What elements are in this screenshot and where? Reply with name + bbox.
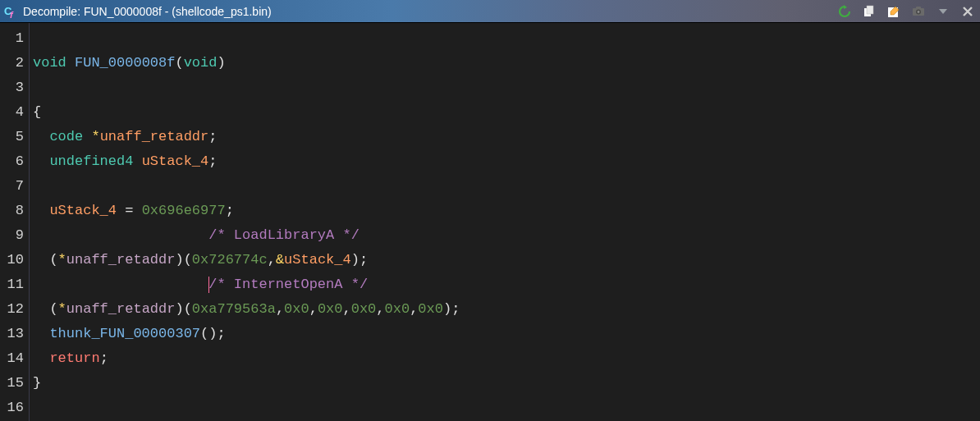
code-token: =: [125, 203, 141, 218]
svg-rect-3: [867, 6, 873, 14]
line-number: 14: [0, 346, 29, 371]
code-line[interactable]: (*unaff_retaddr)(0x726774c,&uStack_4);: [33, 248, 980, 272]
code-token: ,: [410, 301, 418, 317]
code-line[interactable]: void FUN_0000008f(void): [33, 51, 980, 76]
code-token: [33, 153, 49, 169]
dropdown-icon[interactable]: [936, 4, 950, 19]
svg-rect-6: [916, 7, 921, 9]
line-gutter: 12345678910111213141516: [0, 23, 30, 421]
line-number: 5: [0, 125, 29, 149]
svg-text:f: f: [10, 10, 14, 19]
code-area[interactable]: void FUN_0000008f(void){ code *unaff_ret…: [30, 23, 980, 421]
code-line[interactable]: thunk_FUN_00000307();: [33, 322, 980, 346]
code-token: /: [208, 277, 217, 292]
code-token: ;: [208, 153, 217, 169]
code-token: ;: [226, 203, 234, 218]
line-number: 8: [0, 199, 29, 223]
code-token: 0x696e6977: [142, 203, 226, 218]
titlebar: C f Decompile: FUN_0000008f - (shellcode…: [0, 0, 980, 23]
editor: 12345678910111213141516 void FUN_0000008…: [0, 23, 980, 421]
code-token: void: [33, 55, 75, 71]
code-line[interactable]: (*unaff_retaddr)(0xa779563a,0x0,0x0,0x0,…: [33, 297, 980, 322]
code-token: [33, 227, 208, 243]
snapshot-icon[interactable]: [911, 4, 926, 19]
code-token: 0x0: [418, 301, 443, 317]
code-token: void: [184, 55, 218, 71]
line-number: 2: [0, 51, 29, 76]
code-line[interactable]: uStack_4 = 0x696e6977;: [33, 199, 980, 223]
line-number: 15: [0, 371, 29, 396]
line-number: 9: [0, 223, 29, 248]
line-number: 11: [0, 272, 29, 297]
code-token: 0x0: [351, 301, 377, 317]
line-number: 12: [0, 297, 29, 322]
code-token: [33, 277, 208, 292]
line-number: 1: [0, 26, 29, 51]
code-token: 0x0: [284, 301, 309, 317]
code-token: 0xa779563a: [192, 301, 276, 317]
edit-icon[interactable]: [886, 4, 901, 19]
code-token: (: [49, 301, 57, 317]
code-token: )(: [175, 252, 191, 268]
code-line[interactable]: [33, 396, 980, 420]
code-token: &: [276, 252, 284, 268]
code-token: 0x0: [385, 301, 410, 317]
code-token: unaff_retaddr: [66, 301, 176, 317]
code-token: (: [49, 252, 57, 268]
code-token: ,: [268, 252, 276, 268]
code-token: ,: [276, 301, 284, 317]
refresh-icon[interactable]: [837, 4, 852, 19]
code-line[interactable]: {: [33, 100, 980, 125]
code-token: (: [175, 55, 183, 71]
code-token: ;: [208, 129, 217, 144]
code-token: [33, 129, 49, 144]
code-token: return: [49, 350, 99, 366]
code-token: 0x0: [318, 301, 343, 317]
line-number: 13: [0, 322, 29, 346]
line-number: 10: [0, 248, 29, 272]
code-token: FUN_0000008f: [75, 55, 175, 71]
code-line[interactable]: [33, 26, 980, 51]
code-token: *: [58, 252, 66, 268]
code-line[interactable]: }: [33, 371, 980, 396]
code-line[interactable]: undefined4 uStack_4;: [33, 149, 980, 174]
code-token: [33, 326, 49, 341]
code-token: ();: [200, 326, 226, 341]
code-line[interactable]: /* InternetOpenA */: [33, 272, 980, 297]
code-token: );: [351, 252, 368, 268]
code-token: [33, 301, 49, 317]
code-token: *: [91, 129, 99, 144]
line-number: 16: [0, 396, 29, 420]
code-line[interactable]: code *unaff_retaddr;: [33, 125, 980, 149]
code-token: [33, 350, 49, 366]
code-token: [33, 203, 49, 218]
code-token: thunk_FUN_00000307: [49, 326, 200, 341]
line-number: 4: [0, 100, 29, 125]
code-token: ,: [376, 301, 384, 317]
code-token: {: [33, 104, 41, 120]
code-line[interactable]: /* LoadLibraryA */: [33, 223, 980, 248]
code-token: code: [49, 129, 91, 144]
code-token: );: [443, 301, 460, 317]
line-number: 7: [0, 174, 29, 199]
svg-point-8: [918, 11, 920, 13]
code-token: ;: [100, 350, 108, 366]
line-number: 3: [0, 76, 29, 100]
code-token: }: [33, 375, 41, 391]
close-icon[interactable]: [960, 4, 975, 19]
window-title: Decompile: FUN_0000008f - (shellcode_ps1…: [23, 5, 837, 18]
line-number: 6: [0, 149, 29, 174]
code-line[interactable]: [33, 174, 980, 199]
code-line[interactable]: [33, 76, 980, 100]
code-token: unaff_retaddr: [66, 252, 176, 268]
code-token: /* LoadLibraryA */: [208, 227, 359, 243]
copy-icon[interactable]: [862, 4, 877, 19]
code-token: uStack_4: [49, 203, 125, 218]
code-line[interactable]: return;: [33, 346, 980, 371]
decompile-icon: C f: [3, 4, 18, 19]
code-token: ,: [309, 301, 318, 317]
code-token: undefined4: [49, 153, 141, 169]
code-token: ,: [343, 301, 351, 317]
code-token: unaff_retaddr: [100, 129, 209, 144]
code-token: *: [58, 301, 66, 317]
